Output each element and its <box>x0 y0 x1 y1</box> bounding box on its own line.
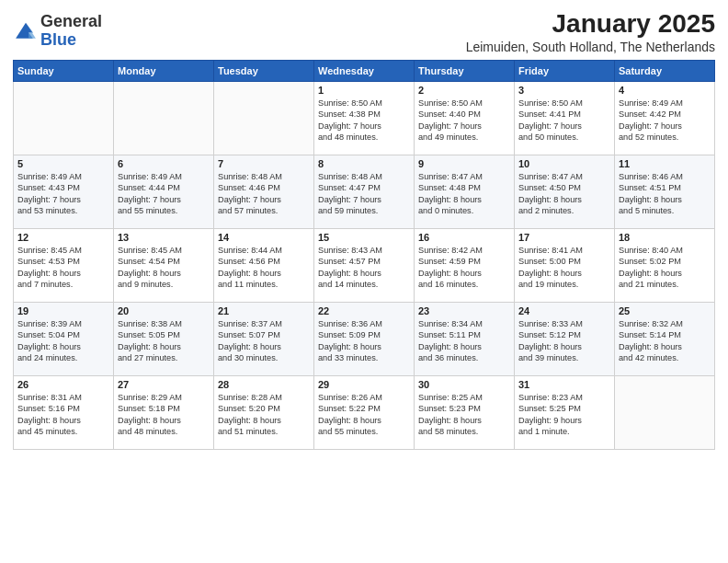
day-number: 6 <box>118 158 210 169</box>
calendar-cell: 4Sunrise: 8:49 AM Sunset: 4:42 PM Daylig… <box>615 82 715 155</box>
day-info: Sunrise: 8:49 AM Sunset: 4:43 PM Dayligh… <box>17 171 109 217</box>
calendar-cell: 17Sunrise: 8:41 AM Sunset: 5:00 PM Dayli… <box>515 229 615 303</box>
day-info: Sunrise: 8:50 AM Sunset: 4:41 PM Dayligh… <box>518 98 610 144</box>
weekday-header-thursday: Thursday <box>415 61 515 82</box>
calendar-cell: 24Sunrise: 8:33 AM Sunset: 5:12 PM Dayli… <box>515 303 615 376</box>
day-info: Sunrise: 8:23 AM Sunset: 5:25 PM Dayligh… <box>518 392 610 438</box>
header: General Blue January 2025 Leimuiden, Sou… <box>13 9 715 54</box>
calendar-cell: 16Sunrise: 8:42 AM Sunset: 4:59 PM Dayli… <box>415 229 515 303</box>
day-number: 26 <box>17 379 109 390</box>
day-number: 30 <box>418 379 510 390</box>
day-info: Sunrise: 8:40 AM Sunset: 5:02 PM Dayligh… <box>619 245 711 291</box>
day-info: Sunrise: 8:29 AM Sunset: 5:18 PM Dayligh… <box>118 392 210 438</box>
day-info: Sunrise: 8:41 AM Sunset: 5:00 PM Dayligh… <box>518 245 610 291</box>
day-number: 15 <box>318 232 410 243</box>
day-info: Sunrise: 8:43 AM Sunset: 4:57 PM Dayligh… <box>318 245 410 291</box>
calendar-cell: 31Sunrise: 8:23 AM Sunset: 5:25 PM Dayli… <box>515 376 615 450</box>
calendar-cell: 25Sunrise: 8:32 AM Sunset: 5:14 PM Dayli… <box>615 303 715 376</box>
calendar-cell: 29Sunrise: 8:26 AM Sunset: 5:22 PM Dayli… <box>314 376 415 450</box>
day-info: Sunrise: 8:49 AM Sunset: 4:42 PM Dayligh… <box>619 98 711 144</box>
calendar-cell: 15Sunrise: 8:43 AM Sunset: 4:57 PM Dayli… <box>314 229 415 303</box>
day-number: 16 <box>418 232 510 243</box>
day-info: Sunrise: 8:39 AM Sunset: 5:04 PM Dayligh… <box>17 318 109 364</box>
calendar-cell: 23Sunrise: 8:34 AM Sunset: 5:11 PM Dayli… <box>415 303 515 376</box>
calendar-cell: 14Sunrise: 8:44 AM Sunset: 4:56 PM Dayli… <box>214 229 314 303</box>
calendar-cell: 9Sunrise: 8:47 AM Sunset: 4:48 PM Daylig… <box>415 155 515 229</box>
calendar-cell: 20Sunrise: 8:38 AM Sunset: 5:05 PM Dayli… <box>114 303 214 376</box>
day-number: 25 <box>619 305 711 316</box>
day-number: 27 <box>118 379 210 390</box>
day-number: 22 <box>318 305 410 316</box>
day-info: Sunrise: 8:37 AM Sunset: 5:07 PM Dayligh… <box>218 318 310 364</box>
day-number: 19 <box>17 305 109 316</box>
calendar-cell <box>114 82 214 155</box>
day-info: Sunrise: 8:42 AM Sunset: 4:59 PM Dayligh… <box>418 245 510 291</box>
day-number: 3 <box>518 85 610 96</box>
calendar-week-3: 12Sunrise: 8:45 AM Sunset: 4:53 PM Dayli… <box>14 229 715 303</box>
day-info: Sunrise: 8:33 AM Sunset: 5:12 PM Dayligh… <box>518 318 610 364</box>
day-info: Sunrise: 8:48 AM Sunset: 4:47 PM Dayligh… <box>318 171 410 217</box>
calendar-cell: 7Sunrise: 8:48 AM Sunset: 4:46 PM Daylig… <box>214 155 314 229</box>
calendar-cell <box>14 82 114 155</box>
day-number: 4 <box>619 85 711 96</box>
day-info: Sunrise: 8:32 AM Sunset: 5:14 PM Dayligh… <box>619 318 711 364</box>
day-info: Sunrise: 8:48 AM Sunset: 4:46 PM Dayligh… <box>218 171 310 217</box>
day-number: 13 <box>118 232 210 243</box>
logo-icon <box>13 18 39 44</box>
weekday-header-wednesday: Wednesday <box>314 61 415 82</box>
calendar-cell <box>615 376 715 450</box>
calendar-header: SundayMondayTuesdayWednesdayThursdayFrid… <box>14 61 715 82</box>
day-info: Sunrise: 8:45 AM Sunset: 4:53 PM Dayligh… <box>17 245 109 291</box>
day-number: 24 <box>518 305 610 316</box>
day-number: 12 <box>17 232 109 243</box>
day-number: 23 <box>418 305 510 316</box>
calendar-cell: 30Sunrise: 8:25 AM Sunset: 5:23 PM Dayli… <box>415 376 515 450</box>
day-info: Sunrise: 8:36 AM Sunset: 5:09 PM Dayligh… <box>318 318 410 364</box>
day-number: 8 <box>318 158 410 169</box>
calendar-cell: 26Sunrise: 8:31 AM Sunset: 5:16 PM Dayli… <box>14 376 114 450</box>
month-title: January 2025 <box>466 9 715 39</box>
logo: General Blue <box>13 13 102 50</box>
day-info: Sunrise: 8:25 AM Sunset: 5:23 PM Dayligh… <box>418 392 510 438</box>
calendar-cell: 5Sunrise: 8:49 AM Sunset: 4:43 PM Daylig… <box>14 155 114 229</box>
calendar-cell: 21Sunrise: 8:37 AM Sunset: 5:07 PM Dayli… <box>214 303 314 376</box>
day-info: Sunrise: 8:47 AM Sunset: 4:50 PM Dayligh… <box>518 171 610 217</box>
calendar-cell: 2Sunrise: 8:50 AM Sunset: 4:40 PM Daylig… <box>415 82 515 155</box>
logo-text: General Blue <box>40 13 102 50</box>
calendar-cell: 12Sunrise: 8:45 AM Sunset: 4:53 PM Dayli… <box>14 229 114 303</box>
calendar-cell: 28Sunrise: 8:28 AM Sunset: 5:20 PM Dayli… <box>214 376 314 450</box>
location-title: Leimuiden, South Holland, The Netherland… <box>466 40 715 54</box>
day-info: Sunrise: 8:31 AM Sunset: 5:16 PM Dayligh… <box>17 392 109 438</box>
day-number: 21 <box>218 305 310 316</box>
day-info: Sunrise: 8:38 AM Sunset: 5:05 PM Dayligh… <box>118 318 210 364</box>
day-info: Sunrise: 8:28 AM Sunset: 5:20 PM Dayligh… <box>218 392 310 438</box>
day-info: Sunrise: 8:46 AM Sunset: 4:51 PM Dayligh… <box>619 171 711 217</box>
calendar-week-2: 5Sunrise: 8:49 AM Sunset: 4:43 PM Daylig… <box>14 155 715 229</box>
calendar-cell: 3Sunrise: 8:50 AM Sunset: 4:41 PM Daylig… <box>515 82 615 155</box>
calendar-cell: 11Sunrise: 8:46 AM Sunset: 4:51 PM Dayli… <box>615 155 715 229</box>
calendar-week-1: 1Sunrise: 8:50 AM Sunset: 4:38 PM Daylig… <box>14 82 715 155</box>
day-info: Sunrise: 8:34 AM Sunset: 5:11 PM Dayligh… <box>418 318 510 364</box>
day-number: 1 <box>318 85 410 96</box>
day-info: Sunrise: 8:49 AM Sunset: 4:44 PM Dayligh… <box>118 171 210 217</box>
calendar-cell: 18Sunrise: 8:40 AM Sunset: 5:02 PM Dayli… <box>615 229 715 303</box>
day-number: 28 <box>218 379 310 390</box>
day-number: 2 <box>418 85 510 96</box>
calendar-cell: 1Sunrise: 8:50 AM Sunset: 4:38 PM Daylig… <box>314 82 415 155</box>
day-number: 29 <box>318 379 410 390</box>
day-number: 17 <box>518 232 610 243</box>
day-info: Sunrise: 8:47 AM Sunset: 4:48 PM Dayligh… <box>418 171 510 217</box>
day-info: Sunrise: 8:50 AM Sunset: 4:38 PM Dayligh… <box>318 98 410 144</box>
page: General Blue January 2025 Leimuiden, Sou… <box>0 0 728 563</box>
day-number: 20 <box>118 305 210 316</box>
calendar-cell: 13Sunrise: 8:45 AM Sunset: 4:54 PM Dayli… <box>114 229 214 303</box>
day-number: 14 <box>218 232 310 243</box>
calendar-table: SundayMondayTuesdayWednesdayThursdayFrid… <box>13 60 715 450</box>
calendar-cell: 19Sunrise: 8:39 AM Sunset: 5:04 PM Dayli… <box>14 303 114 376</box>
calendar-cell: 27Sunrise: 8:29 AM Sunset: 5:18 PM Dayli… <box>114 376 214 450</box>
day-info: Sunrise: 8:50 AM Sunset: 4:40 PM Dayligh… <box>418 98 510 144</box>
day-number: 18 <box>619 232 711 243</box>
day-number: 31 <box>518 379 610 390</box>
weekday-header-friday: Friday <box>515 61 615 82</box>
calendar-week-4: 19Sunrise: 8:39 AM Sunset: 5:04 PM Dayli… <box>14 303 715 376</box>
